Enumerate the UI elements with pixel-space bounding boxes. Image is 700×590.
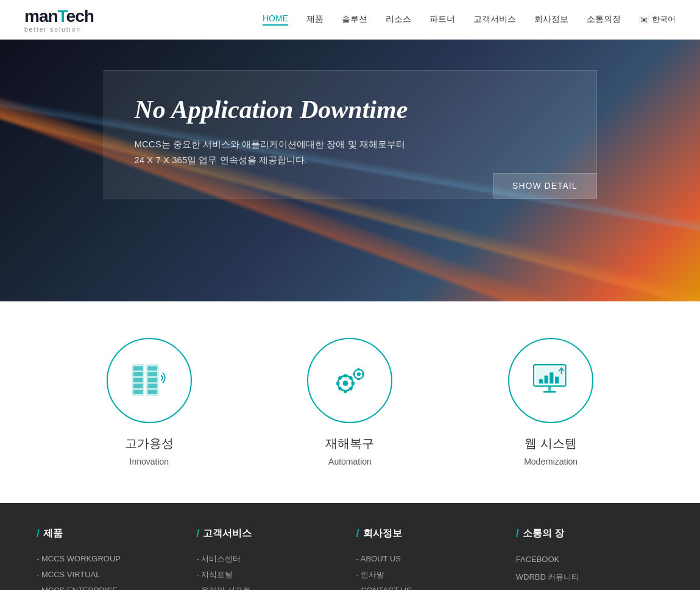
footer-link-contact-us[interactable]: CONTACT US bbox=[356, 583, 492, 590]
footer-col-customer-service: / 고객서비스 서비스센터 지식포털 온라인 서포트 데모신청 제품교육 bbox=[184, 527, 344, 590]
nav-home[interactable]: HOME bbox=[263, 13, 288, 26]
flag-icon: 🇰🇷 bbox=[639, 15, 649, 24]
feature3-label-en: Modernization bbox=[524, 457, 578, 466]
footer-link-online-support[interactable]: 온라인 서포트 bbox=[196, 583, 331, 590]
svg-rect-35 bbox=[555, 376, 559, 383]
feature2-label-kr: 재해복구 bbox=[325, 435, 374, 452]
svg-rect-10 bbox=[147, 384, 157, 388]
hero-desc-line2: 24 X 7 X 365일 업무 연속성을 제공합니다. bbox=[135, 155, 307, 165]
nav-products[interactable]: 제품 bbox=[306, 14, 323, 25]
footer-col-products: / 제품 MCCS WORKGROUP MCCS VIRTUAL MCCS EN… bbox=[37, 527, 184, 590]
svg-rect-16 bbox=[337, 382, 340, 385]
hero-box: No Application Downtime MCCS는 중요한 서비스와 애… bbox=[104, 70, 597, 198]
footer-heading-customer-service: / 고객서비스 bbox=[196, 527, 331, 540]
nav-solutions[interactable]: 솔루션 bbox=[342, 14, 367, 25]
svg-rect-34 bbox=[550, 372, 553, 383]
hero-section: No Application Downtime MCCS는 중요한 서비스와 애… bbox=[0, 40, 700, 301]
hero-content: No Application Downtime MCCS는 중요한 서비스와 애… bbox=[85, 40, 615, 229]
nav-resources[interactable]: 리소스 bbox=[386, 14, 411, 25]
feature3-label-kr: 웹 시스템 bbox=[525, 435, 577, 452]
feature-disaster-recovery: 재해복구 Automation bbox=[283, 338, 417, 466]
slash-icon2: / bbox=[196, 527, 199, 540]
footer-heading-products: / 제품 bbox=[37, 527, 172, 540]
features-section: 고가용성 Innovation bbox=[0, 301, 700, 503]
footer-link-mccs-virtual[interactable]: MCCS VIRTUAL bbox=[37, 567, 172, 583]
logo-text: manTech bbox=[24, 7, 94, 26]
slash-icon3: / bbox=[356, 527, 359, 540]
nav-communication[interactable]: 소통의장 bbox=[587, 14, 621, 25]
svg-rect-32 bbox=[539, 379, 543, 384]
footer-col-company: / 회사정보 ABOUT US 인사말 CONTACT US 맨텍소식 공지사항… bbox=[344, 527, 504, 590]
footer-heading-company: / 회사정보 bbox=[356, 527, 492, 540]
svg-rect-27 bbox=[362, 373, 365, 375]
footer-link-mccs-enterprise[interactable]: MCCS ENTERPRISE bbox=[37, 583, 172, 590]
nav-customer-service[interactable]: 고객서비스 bbox=[473, 14, 516, 25]
svg-rect-3 bbox=[133, 378, 143, 382]
feature-high-availability: 고가용성 Innovation bbox=[82, 338, 216, 466]
feature1-label-kr: 고가용성 bbox=[125, 435, 174, 452]
main-nav: HOME 제품 솔루션 리소스 파트너 고객서비스 회사정보 소통의장 🇰🇷 한… bbox=[263, 13, 676, 26]
svg-point-23 bbox=[357, 372, 361, 376]
footer-link-greeting[interactable]: 인사말 bbox=[356, 567, 492, 583]
footer-heading-community: / 소통의 장 bbox=[516, 527, 651, 540]
footer-link-facebook[interactable]: FACEBOOK bbox=[516, 551, 651, 569]
svg-rect-1 bbox=[133, 366, 143, 370]
svg-rect-5 bbox=[133, 390, 143, 394]
svg-rect-15 bbox=[344, 390, 347, 393]
show-detail-button[interactable]: SHOW DETAIL bbox=[493, 173, 596, 198]
server-icon bbox=[128, 359, 171, 402]
footer-link-mccs-workgroup[interactable]: MCCS WORKGROUP bbox=[37, 551, 172, 567]
monitor-icon bbox=[529, 359, 572, 402]
footer-col-community: / 소통의 장 FACEBOOK WDRBD 커뮤니티 bbox=[504, 527, 663, 590]
feature-icon-gear bbox=[307, 338, 392, 423]
header: manTech better solution HOME 제품 솔루션 리소스 … bbox=[0, 0, 700, 40]
svg-rect-7 bbox=[147, 366, 157, 370]
nav-company-info[interactable]: 회사정보 bbox=[534, 14, 568, 25]
feature-icon-monitor bbox=[508, 338, 593, 423]
logo-subtitle: better solution bbox=[24, 26, 81, 33]
svg-rect-9 bbox=[147, 378, 157, 382]
nav-partners[interactable]: 파트너 bbox=[430, 14, 455, 25]
lang-label: 한국어 bbox=[652, 14, 676, 25]
feature-icon-server bbox=[107, 338, 192, 423]
hero-title: No Application Downtime bbox=[135, 95, 566, 124]
footer-link-service-center[interactable]: 서비스센터 bbox=[196, 551, 331, 567]
hero-description: MCCS는 중요한 서비스와 애플리케이션에대한 장애 및 재해로부터 24 X… bbox=[135, 136, 566, 167]
svg-rect-2 bbox=[133, 372, 143, 376]
logo[interactable]: manTech better solution bbox=[24, 7, 94, 33]
feature1-label-en: Innovation bbox=[130, 457, 169, 466]
hero-desc-line1: MCCS는 중요한 서비스와 애플리케이션에대한 장애 및 재해로부터 bbox=[135, 139, 405, 149]
footer-link-about-us[interactable]: ABOUT US bbox=[356, 551, 492, 567]
language-selector[interactable]: 🇰🇷 한국어 bbox=[639, 14, 676, 25]
svg-rect-30 bbox=[548, 386, 551, 392]
svg-rect-26 bbox=[353, 373, 356, 375]
svg-point-13 bbox=[343, 381, 348, 386]
footer-link-wdrbd[interactable]: WDRBD 커뮤니티 bbox=[516, 569, 651, 586]
footer-link-knowledge-portal[interactable]: 지식포털 bbox=[196, 567, 331, 583]
svg-rect-11 bbox=[147, 390, 157, 394]
slash-icon: / bbox=[37, 527, 40, 540]
gear-icon bbox=[328, 359, 371, 402]
svg-rect-17 bbox=[352, 382, 355, 385]
svg-rect-8 bbox=[147, 372, 157, 376]
svg-rect-25 bbox=[358, 378, 360, 381]
svg-rect-24 bbox=[358, 368, 360, 371]
feature2-label-en: Automation bbox=[328, 457, 372, 466]
feature-web-system: 웹 시스템 Modernization bbox=[484, 338, 618, 466]
footer: / 제품 MCCS WORKGROUP MCCS VIRTUAL MCCS EN… bbox=[0, 503, 700, 590]
svg-rect-31 bbox=[543, 391, 556, 393]
svg-rect-33 bbox=[545, 376, 548, 384]
svg-rect-4 bbox=[133, 384, 143, 388]
svg-rect-14 bbox=[344, 374, 347, 378]
slash-icon4: / bbox=[516, 527, 519, 540]
